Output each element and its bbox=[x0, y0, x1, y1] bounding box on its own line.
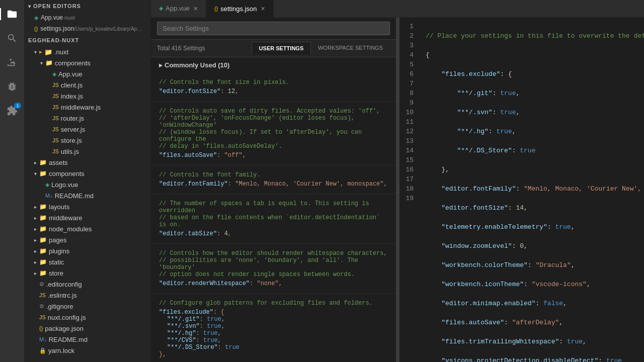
json-editor: 1 2 3 4 5 6 7 8 9 10 11 12 13 14 bbox=[399, 18, 644, 362]
vue-icon-logo: ◈ bbox=[45, 182, 49, 188]
tree-gitignore[interactable]: ⚙ .gitignore bbox=[24, 301, 150, 312]
tree-readme-comp[interactable]: M↓ README.md bbox=[24, 190, 150, 201]
tree-readme-root[interactable]: M↓ README.md bbox=[24, 334, 150, 345]
tree-middlewarejs-label: middleware.js bbox=[61, 104, 101, 111]
source-control-icon[interactable] bbox=[0, 50, 24, 74]
tree-store-label: store bbox=[49, 269, 63, 277]
tree-root-components[interactable]: ▾ 📁 components bbox=[24, 168, 150, 179]
vue-icon-appvue: ◈ bbox=[52, 71, 56, 77]
code-content[interactable]: // Place your settings in this file to o… bbox=[420, 18, 644, 362]
open-editor-settings-name: settings.json bbox=[40, 25, 74, 32]
lock-icon-yarn: 🔒 bbox=[39, 347, 46, 354]
chevron-store: ▸ bbox=[32, 270, 38, 276]
tree-utilsjs[interactable]: JS utils.js bbox=[24, 146, 150, 157]
tree-indexjs[interactable]: JS index.js bbox=[24, 90, 150, 102]
tree-nuxt-components-label: components bbox=[55, 59, 91, 67]
dot-icon-gitignore: ⚙ bbox=[39, 303, 44, 310]
tab-appvue-label: App.vue bbox=[166, 5, 190, 12]
tree-gitignore-label: .gitignore bbox=[46, 303, 73, 310]
tree-middleware[interactable]: ▸ 📁 middleware bbox=[24, 212, 150, 223]
tree-middlewarejs[interactable]: JS middleware.js bbox=[24, 102, 150, 113]
chevron-pages: ▸ bbox=[32, 237, 38, 243]
explorer-section: EGGHEAD-NUXT ▾ ▸ 📁 .nuxt ▾ 📁 components … bbox=[24, 34, 150, 362]
line-num-5: 5 bbox=[399, 60, 418, 69]
commonly-used-header[interactable]: ▸ Commonly Used (10) bbox=[151, 57, 396, 73]
setting-renderwhitespace: // Controls how the editor should render… bbox=[151, 244, 396, 294]
tree-plugins[interactable]: ▸ 📁 plugins bbox=[24, 245, 150, 256]
tree-nuxtconfig-label: nuxt.config.js bbox=[48, 314, 86, 321]
open-editor-settings[interactable]: {} settings.json /Users/p_kovalev/Librar… bbox=[24, 23, 150, 34]
tree-appvue[interactable]: ◈ App.vue bbox=[24, 68, 150, 79]
code-line-15: "editor.minimap.enabled": false, bbox=[426, 299, 640, 308]
line-num-12: 12 bbox=[399, 127, 418, 136]
tree-assets-label: assets bbox=[49, 159, 68, 166]
tree-static[interactable]: ▸ 📁 static bbox=[24, 256, 150, 267]
user-settings-tab[interactable]: USER SETTINGS bbox=[252, 42, 311, 55]
tree-node-modules[interactable]: ▸ 📁 node_modules bbox=[24, 223, 150, 234]
settings-panel: Total 416 Settings USER SETTINGS WORKSPA… bbox=[151, 18, 396, 362]
code-line-3: "files.exclude": { bbox=[426, 69, 640, 79]
settings-search-input[interactable] bbox=[157, 22, 390, 35]
tree-packagejson[interactable]: {} package.json bbox=[24, 323, 150, 334]
chevron-root-components: ▾ bbox=[32, 171, 38, 176]
tree-storejs[interactable]: JS store.js bbox=[24, 135, 150, 146]
setting-autosave-comment: // Controls auto save of dirty files. Ac… bbox=[159, 108, 388, 150]
code-line-7: "**/.DS_Store": true bbox=[426, 146, 640, 155]
split-content: Total 416 Settings USER SETTINGS WORKSPA… bbox=[151, 18, 644, 362]
content-area: ◈ App.vue × {} settings.json × Total 416… bbox=[151, 0, 644, 362]
setting-fontfamily-value: "editor.fontFamily": "Menlo, Monaco, 'Co… bbox=[159, 180, 388, 188]
open-editors-chevron: ▾ bbox=[28, 4, 31, 9]
setting-fontsize-value: "editor.fontSize": 12, bbox=[159, 88, 388, 95]
tree-yarnlock[interactable]: 🔒 yarn.lock bbox=[24, 345, 150, 356]
tab-settings[interactable]: {} settings.json × bbox=[206, 0, 274, 17]
tree-middleware-label: middleware bbox=[49, 214, 82, 222]
setting-fontfamily-comment: // Controls the font family. bbox=[159, 171, 388, 178]
tree-nuxtconfig[interactable]: JS nuxt.config.js bbox=[24, 312, 150, 323]
code-line-14: "workbench.iconTheme": "vscode-icons", bbox=[426, 280, 640, 289]
tree-layouts[interactable]: ▸ 📁 layouts bbox=[24, 201, 150, 212]
code-line-9: "editor.fontFamily": "Menlo, Monaco, 'Co… bbox=[426, 184, 640, 194]
folder-assets-icon: 📁 bbox=[39, 159, 47, 166]
js-icon-middleware: JS bbox=[52, 104, 59, 110]
folder-static-icon: 📁 bbox=[39, 258, 47, 265]
dot-icon-editorconfig: ⚙ bbox=[39, 281, 44, 288]
folder-root-components-icon: 📁 bbox=[39, 170, 47, 177]
debug-icon[interactable] bbox=[0, 74, 24, 99]
tree-plugins-label: plugins bbox=[49, 247, 69, 255]
md-icon-readme-comp: M↓ bbox=[45, 193, 53, 199]
md-icon-readme-root: M↓ bbox=[39, 336, 47, 342]
tree-serverjs[interactable]: JS server.js bbox=[24, 124, 150, 135]
main-container: ▾ OPEN EDITORS ◈ App.vue ·nuxt {} settin… bbox=[24, 0, 644, 362]
tree-readme-comp-label: README.md bbox=[55, 192, 94, 200]
tree-store[interactable]: ▸ 📁 store bbox=[24, 267, 150, 279]
tree-editorconfig[interactable]: ⚙ .editorconfig bbox=[24, 279, 150, 290]
tree-routerjs[interactable]: JS router.js bbox=[24, 113, 150, 124]
tree-clientjs[interactable]: JS client.js bbox=[24, 79, 150, 90]
tree-assets[interactable]: ▸ 📁 assets bbox=[24, 157, 150, 168]
settings-tabs: USER SETTINGS WORKSPACE SETTINGS bbox=[252, 42, 390, 55]
tab-settings-close[interactable]: × bbox=[261, 5, 265, 13]
settings-header-bar: Total 416 Settings USER SETTINGS WORKSPA… bbox=[151, 40, 396, 57]
extensions-icon[interactable]: 1 bbox=[0, 99, 24, 123]
files-icon[interactable] bbox=[0, 2, 24, 26]
code-line-8: }, bbox=[426, 165, 640, 174]
tree-pages[interactable]: ▸ 📁 pages bbox=[24, 234, 150, 245]
open-editor-appvue[interactable]: ◈ App.vue ·nuxt bbox=[24, 12, 150, 23]
tree-storejs-label: store.js bbox=[61, 137, 82, 144]
tree-nuxt[interactable]: ▾ ▸ 📁 .nuxt bbox=[24, 46, 150, 57]
js-icon-router: JS bbox=[52, 115, 59, 121]
tab-appvue-close[interactable]: × bbox=[194, 5, 198, 13]
tree-nuxt-components[interactable]: ▾ 📁 components bbox=[24, 57, 150, 68]
code-line-18: "vsicons.projectDetection.disableDetect"… bbox=[426, 356, 640, 362]
extensions-badge: 1 bbox=[14, 103, 21, 109]
tree-routerjs-label: router.js bbox=[61, 115, 84, 122]
tree-eslintrc[interactable]: JS .eslintrc.js bbox=[24, 290, 150, 301]
tab-appvue[interactable]: ◈ App.vue × bbox=[151, 0, 206, 17]
tree-utilsjs-label: utils.js bbox=[61, 148, 79, 155]
search-icon[interactable] bbox=[0, 26, 24, 50]
tree-node-modules-label: node_modules bbox=[49, 225, 92, 233]
code-line-2: { bbox=[426, 50, 640, 60]
workspace-settings-tab[interactable]: WORKSPACE SETTINGS bbox=[311, 42, 390, 55]
tree-logovue[interactable]: ◈ Logo.vue bbox=[24, 179, 150, 190]
open-editors-header[interactable]: ▾ OPEN EDITORS bbox=[24, 0, 150, 12]
